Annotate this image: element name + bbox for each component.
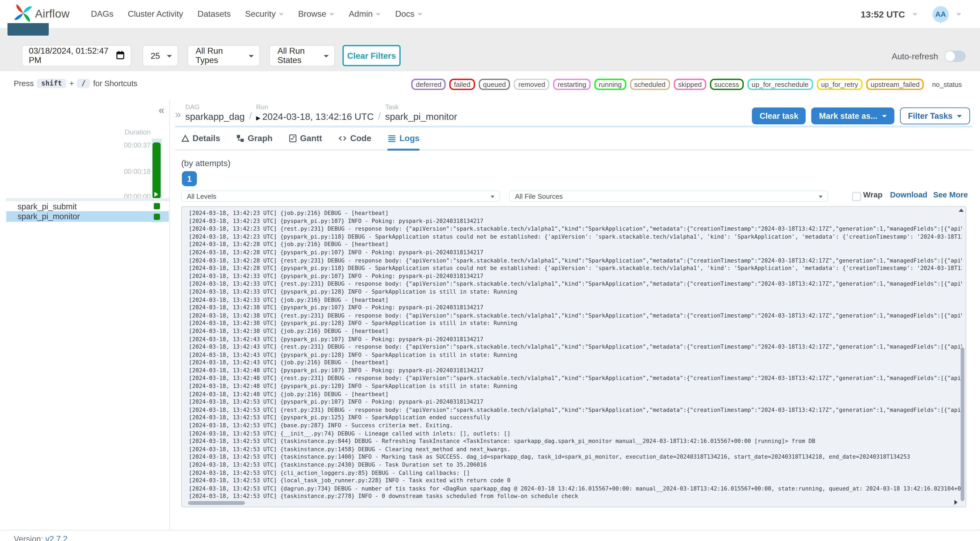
nav-menu: DAGsCluster ActivityDatasetsSecurityBrow… [91,9,423,19]
shift-key-chip: shift [37,79,67,88]
auto-refresh-label: Auto-refresh [892,51,938,61]
vertical-scrollbar-thumb[interactable] [960,347,964,501]
state-badge[interactable]: skipped [674,79,706,90]
task-actions: Clear task Mark state as... Filter Tasks [752,107,970,124]
log-line: [2024-03-18, 13:42:43 UTC] {rest.py:231}… [189,343,962,351]
state-badge[interactable]: running [594,79,626,90]
log-line: [2024-03-18, 13:42:53 UTC] {pyspark_pi.p… [189,414,962,422]
state-badge[interactable]: removed [514,79,550,90]
auto-refresh-toggle[interactable] [944,51,966,62]
log-panel: [2024-03-18, 13:42:23 UTC] {job.py:216} … [181,206,966,507]
breadcrumb-dag[interactable]: DAG sparkapp_dag [185,103,245,122]
log-line: [2024-03-18, 13:42:48 UTC] {job.py:216} … [189,390,962,398]
log-line: [2024-03-18, 13:42:53 UTC] {rest.py:231}… [189,406,962,414]
breadcrumb: » DAG sparkapp_dag / Run ▶2024-03-18, 13… [175,103,457,122]
state-badge[interactable]: restarting [553,79,590,90]
tab-graph[interactable]: Graph [236,132,272,151]
state-badge[interactable]: queued [479,79,510,90]
state-badge[interactable]: no_status [928,79,966,90]
breadcrumb-chevrons-icon[interactable]: » [175,109,181,120]
nav-menu-item[interactable]: Datasets [197,9,231,19]
task-state-square[interactable] [154,203,160,209]
horizontal-scrollbar-thumb[interactable] [188,501,245,505]
nav-menu-item[interactable]: Cluster Activity [128,9,183,19]
task-row-spark-pi-monitor[interactable]: spark_pi_monitor [6,211,169,222]
date-filter-input[interactable]: 03/18/2024, 01:52:47 PM [22,45,131,66]
task-name: spark_pi_submit [18,201,77,211]
breadcrumb-dag-value: sparkapp_dag [185,111,245,122]
state-badge[interactable]: deferred [412,79,446,90]
tab-code[interactable]: Code [338,132,371,151]
breadcrumb-run-label: Run [256,103,374,111]
nav-menu-item[interactable]: Browse [298,9,334,19]
task-state-square[interactable] [154,213,160,220]
duration-axis-label: Duration [125,128,151,135]
state-badge[interactable]: failed [450,79,475,90]
log-line: [2024-03-18, 13:42:38 UTC] {pyspark_pi.p… [189,304,962,312]
code-icon [338,134,347,143]
task-row-spark-pi-submit[interactable]: spark_pi_submit [6,201,169,211]
log-level-select[interactable]: All Levels [181,191,500,202]
log-line: [2024-03-18, 13:42:38 UTC] {job.py:216} … [189,327,962,335]
wrap-label: Wrap [863,191,883,199]
clear-task-button[interactable]: Clear task [752,107,806,124]
run-states-select[interactable]: All Run States [269,45,335,66]
airflow-app: Airflow DAGsCluster ActivityDatasetsSecu… [0,0,980,541]
log-line: [2024-03-18, 13:42:53 UTC] {taskinstance… [189,461,962,469]
details-icon [181,134,189,143]
clock-dropdown[interactable]: 13:52 UTC [861,9,905,19]
mark-state-button[interactable]: Mark state as... [811,107,894,124]
see-more-link[interactable]: See More [933,191,968,199]
state-badge[interactable]: upstream_failed [866,79,924,90]
attempt-1-button[interactable]: 1 [182,171,197,186]
scroll-up-arrow-icon[interactable] [959,208,964,212]
log-line: [2024-03-18, 13:42:53 UTC] {local_task_j… [189,477,962,485]
log-line: [2024-03-18, 13:42:53 UTC] {taskinstance… [189,438,962,446]
breadcrumb-run[interactable]: Run ▶2024-03-18, 13:42:16 UTC [256,103,374,122]
file-source-select[interactable]: All File Sources [509,191,828,202]
log-line: [2024-03-18, 13:42:28 UTC] {rest.py:231}… [189,256,962,264]
log-line: [2024-03-18, 13:42:53 UTC] {taskinstance… [189,493,962,501]
scroll-right-arrow-icon[interactable] [955,500,958,505]
airflow-brand[interactable]: Airflow [14,2,70,26]
log-output: [2024-03-18, 13:42:23 UTC] {job.py:216} … [189,209,962,501]
dropdown-caret-icon [881,115,887,117]
slash-key-chip: / [77,79,90,88]
breadcrumb-task[interactable]: Task spark_pi_monitor [385,103,457,122]
avatar[interactable]: AA [932,6,949,22]
scrolled-button-fragment[interactable] [8,23,49,36]
nav-menu-item[interactable]: Admin [349,9,381,19]
version-label: Version: [14,534,43,541]
log-line: [2024-03-18, 13:42:43 UTC] {pyspark_pi.p… [189,351,962,359]
state-badge[interactable]: scheduled [630,79,670,90]
date-filter-value: 03/18/2024, 01:52:47 PM [29,46,116,65]
breadcrumb-separator: / [378,111,381,121]
collapse-sidebar-icon[interactable]: « [158,105,164,116]
filter-tasks-button[interactable]: Filter Tasks [900,107,970,124]
clear-filters-button[interactable]: Clear Filters [343,45,401,66]
nav-menu-item[interactable]: Docs [395,9,423,19]
breadcrumb-dag-label: DAG [185,103,245,111]
state-badge[interactable]: success [710,79,743,90]
tab-logs[interactable]: Logs [388,132,420,151]
version-link[interactable]: v2.7.2 [45,534,67,541]
log-line: [2024-03-18, 13:42:48 UTC] {rest.py:231}… [189,375,962,383]
download-link[interactable]: Download [890,191,927,199]
log-line: [2024-03-18, 13:42:43 UTC] {pyspark_pi.p… [189,335,962,343]
page-size-select[interactable]: 25 [142,45,178,66]
nav-menu-item[interactable]: DAGs [91,9,113,19]
task-name: spark_pi_monitor [18,212,80,221]
run-types-select[interactable]: All Run Types [188,45,260,66]
tab-gantt[interactable]: Gantt [289,132,322,151]
state-badge[interactable]: up_for_reschedule [747,79,813,90]
state-badge[interactable]: up_for_retry [817,79,862,90]
dag-run-duration-bar[interactable] [153,142,161,199]
log-line: [2024-03-18, 13:42:53 UTC] {__init__.py:… [189,430,962,438]
tab-details[interactable]: Details [181,132,220,151]
nav-menu-item[interactable]: Security [245,9,283,19]
breadcrumb-separator: / [249,111,252,121]
clock-caret-icon [913,13,918,15]
version-text: Version: v2.7.2 [14,534,67,541]
wrap-checkbox[interactable] [852,192,861,201]
airflow-logo-icon [14,2,33,26]
